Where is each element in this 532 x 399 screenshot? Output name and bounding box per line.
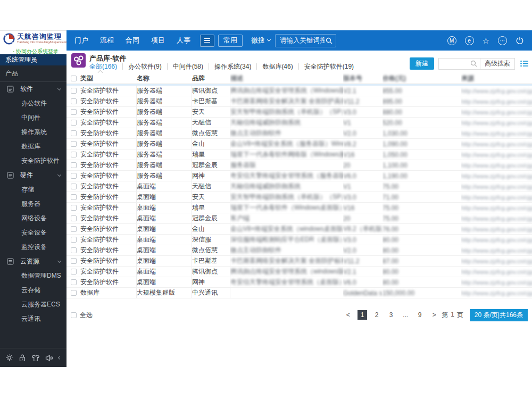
page-item[interactable]: 2 — [372, 310, 381, 320]
page-item[interactable]: ... — [401, 310, 410, 320]
row-checkbox[interactable] — [71, 269, 77, 275]
global-search-input[interactable] — [279, 36, 326, 45]
row-checkbox[interactable] — [71, 279, 77, 285]
category-tab[interactable]: 数据库(46) — [257, 63, 298, 70]
sound-icon[interactable] — [45, 354, 53, 362]
cell-desc: 天融信终端威胁防御系统 — [230, 118, 343, 128]
row-checkbox[interactable] — [71, 130, 77, 136]
sidebar-item[interactable]: 存储 — [0, 182, 66, 197]
gear-icon[interactable] — [5, 354, 13, 362]
row-checkbox[interactable] — [71, 247, 77, 253]
sidebar-item[interactable]: 中间件 — [0, 111, 66, 125]
row-checkbox[interactable] — [71, 194, 77, 200]
cell-name: 桌面端 — [137, 245, 192, 255]
nav-more-button[interactable] — [200, 35, 214, 47]
row-checkbox[interactable] — [71, 215, 77, 221]
nav-item[interactable]: 项目 — [145, 36, 171, 45]
sidebar-item[interactable]: 数据管理DMS — [0, 269, 66, 283]
sidebar-item[interactable]: 安全防护软件 — [0, 154, 66, 168]
sidebar-item[interactable]: 云存储 — [0, 283, 66, 297]
cell-brand: 腾讯御点 — [192, 267, 230, 277]
row-checkbox[interactable] — [71, 152, 77, 157]
sidebar-item[interactable]: 办公软件 — [0, 96, 66, 111]
sidebar-menu: 软件办公软件中间件操作系统数据库安全防护软件硬件存储服务器网络设备安全设备监控设… — [0, 82, 66, 326]
nav-item[interactable]: 门户 — [69, 36, 94, 45]
cell-name: 服务器端 — [137, 107, 192, 117]
table-search-input[interactable] — [439, 60, 468, 68]
page-item[interactable]: 9 — [415, 310, 425, 320]
row-checkbox[interactable] — [71, 120, 77, 126]
row-checkbox-cell — [66, 288, 80, 298]
advanced-search-button[interactable]: 高级搜索 — [480, 59, 514, 68]
sidebar-section-product[interactable]: 产品 — [0, 65, 66, 81]
row-checkbox-cell — [66, 107, 80, 117]
row-checkbox[interactable] — [71, 88, 77, 94]
star-icon[interactable]: ☆ — [483, 37, 489, 45]
row-checkbox[interactable] — [71, 226, 77, 232]
row-checkbox[interactable] — [71, 237, 77, 243]
search-scope-dropdown[interactable]: 微搜 — [251, 36, 270, 45]
row-checkbox[interactable] — [71, 98, 77, 104]
page-active[interactable]: 1 — [358, 310, 367, 320]
category-tab[interactable]: 办公软件(9) — [123, 63, 168, 70]
sidebar-item[interactable]: 安全设备 — [0, 226, 66, 240]
page-size-info[interactable]: 20 条/页|共166条 — [470, 309, 528, 321]
row-checkbox[interactable] — [71, 184, 77, 189]
cell-version: V11.2 — [343, 96, 383, 106]
new-button[interactable]: 新建 — [410, 57, 434, 70]
collapse-sidebar-icon[interactable] — [58, 356, 62, 360]
nav-item[interactable]: 人事 — [171, 36, 196, 45]
theme-icon[interactable] — [31, 354, 40, 362]
cell-desc: 微点主动防御软件 — [230, 128, 343, 138]
row-checkbox[interactable] — [71, 109, 77, 115]
power-icon[interactable] — [516, 36, 524, 45]
nav-item[interactable]: 合同 — [120, 36, 145, 45]
sidebar-item[interactable]: 服务器 — [0, 197, 66, 211]
sidebar-item[interactable]: 监控设备 — [0, 240, 66, 254]
oa-login-link[interactable]: · 协同办公系统登录 — [13, 48, 64, 55]
cell-type: 数据库 — [80, 288, 137, 298]
cell-source: http://www.zjzfcg.gov.cn/cjg/ — [461, 267, 532, 277]
more-icon[interactable]: ⋯ — [498, 36, 507, 45]
category-tab[interactable]: 全部(166) — [89, 63, 123, 70]
search-scope-label: 微搜 — [251, 36, 265, 45]
row-checkbox-cell — [66, 213, 80, 223]
sidebar-item[interactable]: 云服务器ECS — [0, 297, 66, 312]
sidebar-group-header[interactable]: 软件 — [0, 82, 66, 96]
row-checkbox[interactable] — [71, 290, 77, 296]
page-jump-prefix: 第 — [442, 311, 448, 320]
row-checkbox[interactable] — [71, 173, 77, 179]
category-tab[interactable]: 中间件(58) — [168, 63, 209, 70]
m-badge-icon[interactable]: M — [447, 36, 456, 45]
cell-type: 安全防护软件 — [80, 235, 137, 245]
sidebar-group-header[interactable]: 硬件 — [0, 168, 66, 182]
page-item[interactable]: < — [343, 310, 353, 320]
search-icon[interactable] — [470, 60, 477, 67]
message-icon[interactable]: e — [465, 36, 474, 45]
nav-common-button[interactable]: 常用 — [218, 35, 243, 47]
nav-item[interactable]: 流程 — [94, 36, 120, 45]
cell-name: 桌面端 — [137, 256, 192, 266]
sidebar-item[interactable]: 数据库 — [0, 139, 66, 154]
header-checkbox[interactable] — [71, 76, 77, 81]
page-jump-value[interactable]: 1 — [451, 311, 454, 320]
select-all-checkbox[interactable] — [71, 312, 77, 318]
row-checkbox[interactable] — [71, 258, 77, 264]
page-item[interactable]: > — [429, 310, 439, 320]
search-icon[interactable] — [326, 37, 332, 44]
sidebar-group-header[interactable]: 云资源 — [0, 254, 66, 269]
cell-source: http://www.zjzfcg.gov.cn/cjg/ — [461, 96, 532, 106]
category-tab[interactable]: 安全防护软件(19) — [299, 63, 359, 70]
page-item[interactable]: 3 — [386, 310, 396, 320]
sidebar-item[interactable]: 网络设备 — [0, 211, 66, 226]
row-checkbox[interactable] — [71, 162, 77, 168]
row-checkbox[interactable] — [71, 141, 77, 147]
view-list-icon[interactable] — [520, 60, 528, 67]
sidebar-item[interactable]: 云通讯 — [0, 312, 66, 326]
cell-source: http://www.zjzfcg.gov.cn/cjg/ — [461, 139, 532, 149]
sidebar-item[interactable]: 操作系统 — [0, 125, 66, 139]
cell-source: http://www.zjzfcg.gov.cn/cjg/ — [461, 235, 532, 245]
category-tab[interactable]: 操作系统(34) — [209, 63, 257, 70]
row-checkbox[interactable] — [71, 205, 77, 211]
lock-icon[interactable] — [19, 354, 26, 362]
